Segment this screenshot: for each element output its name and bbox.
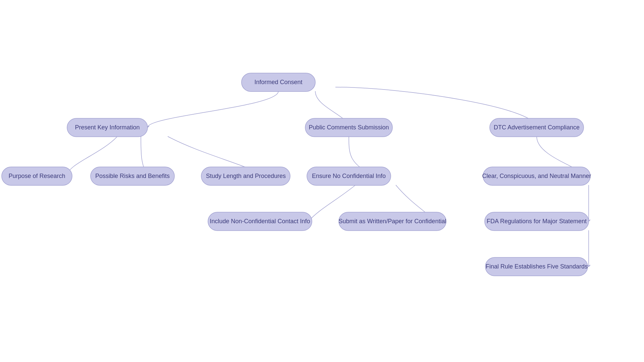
node-fda-regulations-label: FDA Regulations for Major Statement — [487, 218, 587, 225]
node-dtc-label: DTC Advertisement Compliance — [494, 124, 580, 131]
node-study-length-label: Study Length and Procedures — [206, 173, 286, 179]
node-no-confidential-label: Ensure No Confidential Info — [312, 173, 386, 179]
node-non-conf-contact-label: Include Non-Confidential Contact Info — [210, 218, 310, 225]
node-final-rule-label: Final Rule Establishes Five Standards — [486, 263, 588, 270]
node-clear-manner-label: Clear, Conspicuous, and Neutral Manner — [482, 173, 591, 179]
node-purpose-label: Purpose of Research — [8, 173, 65, 179]
node-risks-label: Possible Risks and Benefits — [95, 173, 170, 179]
node-present-key-label: Present Key Information — [75, 124, 140, 131]
node-public-comments-label: Public Comments Submission — [309, 124, 389, 131]
node-informed-consent-label: Informed Consent — [254, 79, 302, 85]
node-submit-written-label: Submit as Written/Paper for Confidential — [339, 218, 446, 225]
